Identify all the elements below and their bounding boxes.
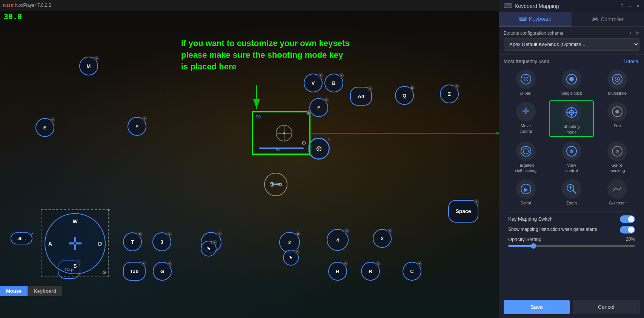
opacity-label: Opacity Setting bbox=[508, 237, 541, 242]
scheme-icons: + ↻ bbox=[629, 31, 639, 36]
svg-line-25 bbox=[573, 190, 576, 194]
key-V-close[interactable]: × bbox=[318, 73, 323, 78]
key-F-close[interactable]: × bbox=[324, 97, 329, 103]
key-mouse-right[interactable]: × 🖱 bbox=[283, 250, 299, 266]
key-Alt[interactable]: × Alt bbox=[350, 87, 372, 106]
key-Y[interactable]: × Y bbox=[128, 117, 146, 136]
key-Alt-close[interactable]: × bbox=[367, 86, 373, 91]
key-R[interactable]: × R bbox=[361, 262, 380, 281]
app-logo: NOX NoxPlayer 7.0.2.2 bbox=[3, 3, 51, 8]
key-3-close[interactable]: × bbox=[167, 232, 172, 237]
instruction-line2: please make sure the shooting mode key bbox=[181, 49, 349, 61]
shift-button[interactable]: × Shift bbox=[11, 232, 32, 244]
key-C-close[interactable]: × bbox=[417, 261, 422, 266]
key-E[interactable]: × E bbox=[35, 118, 54, 137]
movement-gear-icon[interactable]: ⚙ bbox=[102, 269, 107, 275]
key-Z-close[interactable]: × bbox=[454, 84, 460, 89]
control-dpad[interactable]: ⊕ D-pad bbox=[504, 68, 548, 97]
minimize-icon[interactable]: ─ bbox=[628, 3, 632, 9]
key-F[interactable]: × F bbox=[309, 98, 328, 117]
close-panel-icon[interactable]: × bbox=[636, 3, 639, 9]
key-Tab-close[interactable]: × bbox=[141, 261, 146, 266]
control-script2[interactable]: ▶ Script bbox=[504, 178, 548, 207]
key-M[interactable]: × M bbox=[79, 57, 98, 75]
add-scheme-icon[interactable]: + bbox=[629, 31, 632, 36]
cancel-button[interactable]: Cancel bbox=[573, 300, 639, 314]
control-script[interactable]: ⚙ Script-invoking bbox=[595, 140, 639, 175]
key-V[interactable]: × V bbox=[304, 74, 323, 92]
control-fire[interactable]: Fire bbox=[595, 100, 639, 137]
key-Q[interactable]: × Q bbox=[395, 86, 414, 105]
key-E-close[interactable]: × bbox=[50, 117, 55, 123]
mouse-toggle-button[interactable]: Mouse bbox=[0, 286, 28, 296]
slider-thumb[interactable] bbox=[531, 243, 536, 249]
key-Y-close[interactable]: × bbox=[142, 116, 147, 121]
key-mapping-switch-row: Key Mapping Switch bbox=[508, 215, 635, 223]
key-Space[interactable]: × Space bbox=[448, 200, 478, 223]
key-Q-close[interactable]: × bbox=[409, 85, 415, 91]
key-G-close[interactable]: × bbox=[167, 261, 172, 266]
key-mouse-left[interactable]: × 🖱 bbox=[201, 241, 217, 257]
key-M-close[interactable]: × bbox=[94, 56, 99, 61]
control-multi[interactable]: Multistrike bbox=[595, 68, 639, 97]
circular-target[interactable]: ⊕ × bbox=[308, 138, 330, 160]
dpad-key-D: D bbox=[98, 241, 102, 247]
key-1-close[interactable]: × bbox=[217, 231, 222, 237]
save-button[interactable]: Save bbox=[504, 300, 570, 314]
sens-slider[interactable] bbox=[259, 147, 304, 149]
scheme-dropdown[interactable]: Apex Default Keybinds (Optimize... bbox=[504, 38, 639, 51]
view-icon bbox=[562, 141, 581, 161]
dpad-key-S: S bbox=[73, 263, 77, 269]
control-gsensor[interactable]: G-sensor bbox=[595, 178, 639, 207]
key-Tab[interactable]: × Tab bbox=[123, 262, 146, 281]
key-Z[interactable]: × Z bbox=[440, 84, 459, 103]
key-G[interactable]: × G bbox=[153, 262, 172, 281]
key-4[interactable]: × 4 bbox=[327, 229, 349, 251]
key-2-close[interactable]: × bbox=[295, 231, 301, 237]
control-zoom[interactable]: Zoom bbox=[549, 178, 593, 207]
keyboard-toggle-button[interactable]: Keyboard bbox=[28, 286, 62, 296]
shift-close[interactable]: × bbox=[31, 231, 34, 236]
shooting-gear-icon[interactable]: ⚙ bbox=[301, 140, 306, 146]
key-T-close[interactable]: × bbox=[137, 232, 143, 237]
key-4-close[interactable]: × bbox=[344, 228, 349, 234]
movement-close[interactable]: × bbox=[108, 208, 110, 212]
move-icon: ✛ bbox=[516, 102, 536, 121]
crosshair-ring bbox=[276, 125, 292, 141]
key-B[interactable]: × B bbox=[324, 74, 343, 92]
dpad-plus-icon: ✛ bbox=[68, 234, 83, 254]
key-mouse-right-close[interactable]: × bbox=[294, 249, 300, 254]
barrel-icon[interactable]: 🔧 bbox=[264, 173, 287, 196]
control-move[interactable]: ✛ Movecontrol bbox=[504, 100, 548, 137]
key-H[interactable]: × H bbox=[328, 262, 347, 281]
key-Space-close[interactable]: × bbox=[474, 199, 479, 204]
refresh-scheme-icon[interactable]: ↻ bbox=[636, 31, 639, 36]
dpad-label: D-pad bbox=[520, 91, 532, 96]
tutorial-link[interactable]: Tutorial bbox=[623, 58, 639, 64]
key-mapping-toggle[interactable] bbox=[620, 215, 635, 223]
shooting-mode-box: × 50 ⚙ 49 bbox=[252, 111, 310, 155]
control-target[interactable]: Targetedskill-casting bbox=[504, 140, 548, 175]
control-view[interactable]: Viewcontrol bbox=[549, 140, 593, 175]
help-icon[interactable]: ? bbox=[621, 3, 624, 9]
control-single[interactable]: Single click bbox=[549, 68, 593, 97]
freq-section: Most frequently used Tutorial ⊕ D-pad Si… bbox=[499, 55, 644, 259]
key-H-close[interactable]: × bbox=[343, 261, 348, 266]
key-C[interactable]: × C bbox=[403, 262, 421, 281]
key-B-close[interactable]: × bbox=[339, 73, 344, 78]
key-mouse-left-close[interactable]: × bbox=[212, 240, 217, 245]
shooting-mode-close[interactable]: × bbox=[306, 110, 312, 115]
show-mapping-toggle[interactable] bbox=[620, 226, 635, 234]
panel-title-text: Keyboard Mapping bbox=[515, 3, 559, 9]
key-T[interactable]: × T bbox=[123, 232, 142, 251]
dpad-key-W: W bbox=[72, 218, 77, 224]
tab-controller[interactable]: 🎮 Controller bbox=[572, 12, 644, 26]
tab-keyboard[interactable]: ⌨ Keyboard bbox=[499, 12, 572, 26]
key-X[interactable]: × X bbox=[373, 229, 392, 248]
key-3[interactable]: × 3 bbox=[152, 232, 171, 251]
opacity-slider[interactable] bbox=[508, 245, 635, 247]
control-shoot[interactable]: Shootingmode bbox=[549, 100, 593, 137]
key-X-close[interactable]: × bbox=[387, 228, 392, 234]
circular-target-close[interactable]: × bbox=[328, 137, 330, 141]
key-R-close[interactable]: × bbox=[375, 261, 381, 266]
